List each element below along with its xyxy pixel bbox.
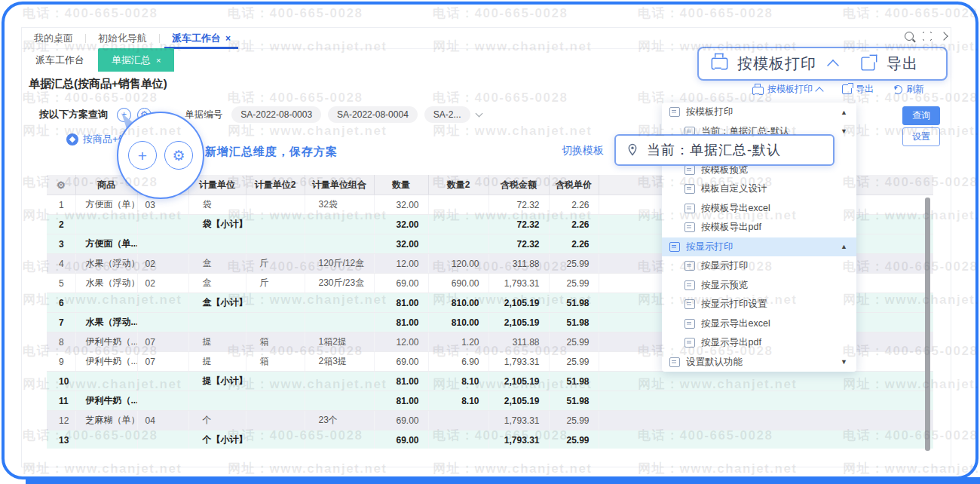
menu-item-label: 按显示导出pdf	[701, 336, 761, 349]
cell-qty: 32.00	[374, 234, 428, 254]
cell-combo: 23个	[305, 411, 374, 430]
menu-item[interactable]: 按显示打印设置	[662, 295, 856, 314]
cell-combo: 2箱3提	[305, 352, 374, 372]
menu-item[interactable]: 按显示导出excel	[662, 314, 856, 334]
search-icon[interactable]	[905, 32, 914, 41]
export-label: 导出	[856, 83, 874, 96]
table-row[interactable]: 11伊利牛奶（...81.008.102,105.1951.98	[47, 391, 933, 411]
cell-code	[137, 293, 188, 313]
cell-price: 51.98	[549, 372, 599, 391]
menu-item-label: 按显示打印	[701, 259, 749, 272]
cell-amount: 311.88	[488, 254, 549, 274]
menu-item[interactable]: 模板自定义设计	[662, 179, 856, 199]
doc-no-pill[interactable]: SA-2022-08-0003	[231, 106, 321, 123]
cell-price: 25.99	[549, 411, 599, 430]
cell-seq: 4	[47, 254, 75, 274]
scheme-icon	[66, 133, 78, 146]
cell-combo	[305, 293, 374, 313]
export-icon	[842, 84, 852, 94]
menu-item-icon	[669, 357, 680, 367]
table-row[interactable]: 13个【小计】69.001,793.3125.99	[47, 430, 933, 449]
watermark-phone: 电话：400-665-0028	[843, 5, 978, 22]
tab-my-desktop[interactable]: 我的桌面	[22, 29, 85, 48]
cell-product: 方便面（单...	[75, 234, 137, 254]
chevron-right-icon[interactable]	[939, 32, 948, 40]
expand-icon[interactable]: ▼	[841, 127, 847, 135]
menu-item-label: 按显示导出excel	[701, 317, 770, 330]
subtab-doc-summary[interactable]: 单据汇总 ×	[98, 48, 174, 72]
column-header[interactable]: 计量单位组合	[305, 175, 374, 195]
menu-item[interactable]: 按模板导出excel	[662, 199, 856, 219]
menu-item[interactable]: 设置默认功能▼	[662, 353, 856, 372]
printer-icon	[752, 87, 764, 95]
cell-unit	[188, 313, 246, 332]
menu-item[interactable]: 按显示打印	[662, 256, 856, 276]
cell-qty2	[428, 234, 488, 254]
menu-item[interactable]: 按显示预览	[662, 276, 856, 296]
menu-item[interactable]: 按显示打印▲	[662, 237, 856, 257]
fullscreen-icon[interactable]	[923, 32, 932, 41]
column-header[interactable]: 含税金额	[488, 175, 549, 195]
cell-unit2	[246, 234, 305, 254]
menu-item-label: 设置默认功能	[686, 356, 743, 369]
refresh-button[interactable]: 刷新	[893, 83, 924, 96]
cell-unit2	[246, 215, 305, 234]
cell-unit: 个	[188, 411, 246, 430]
cell-code	[137, 372, 188, 391]
cell-seq: 5	[47, 274, 75, 293]
settings-button[interactable]: 设置	[902, 127, 940, 146]
current-template-label: 当前：单据汇总-默认	[647, 141, 781, 159]
table-row[interactable]: 10提【小计】81.008.102,105.1951.98	[47, 372, 933, 391]
collapse-icon[interactable]: ▲	[841, 109, 847, 116]
expand-icon[interactable]: ▼	[841, 358, 847, 366]
cell-qty2: 810.00	[428, 313, 488, 332]
cell-qty: 32.00	[374, 215, 428, 234]
close-icon[interactable]: ×	[225, 33, 231, 44]
cell-unit2: 斤	[246, 274, 305, 293]
cell-price: 25.99	[549, 274, 599, 293]
column-header[interactable]: 数量2	[428, 175, 488, 195]
cell-filler	[599, 372, 933, 391]
close-icon[interactable]: ×	[156, 56, 161, 65]
tab-dispatch-workbench[interactable]: 派车工作台 ×	[160, 29, 243, 48]
doc-pills: SA-2022-08-0003SA-2022-08-0004SA-2...	[231, 106, 470, 123]
page-title: 单据汇总(按商品+销售单位)	[29, 77, 167, 91]
column-header[interactable]: 数量	[374, 175, 428, 195]
cell-qty: 32.00	[374, 195, 428, 215]
menu-item[interactable]: 按模板导出pdf	[662, 218, 856, 237]
column-header[interactable]: 计量单位2	[246, 175, 305, 195]
menu-item[interactable]: 按显示导出pdf	[662, 333, 856, 353]
tab-label: 我的桌面	[34, 32, 73, 45]
doc-no-pill[interactable]: SA-2022-08-0004	[328, 106, 418, 123]
column-header[interactable]: 含税单价	[549, 175, 599, 195]
query-button[interactable]: 查询	[902, 106, 940, 125]
cell-qty: 69.00	[374, 411, 428, 430]
cell-combo	[305, 313, 374, 332]
cell-product	[75, 430, 137, 449]
subtab-dispatch-workbench[interactable]: 派车工作台	[22, 48, 98, 72]
column-settings-icon[interactable]: ⚙	[47, 175, 75, 195]
menu-item-icon	[684, 204, 695, 213]
cell-code	[137, 430, 188, 449]
cell-unit2	[246, 391, 305, 411]
vertical-scrollbar[interactable]	[925, 198, 930, 451]
cell-seq: 9	[47, 352, 75, 372]
current-template-callout: 当前：单据汇总-默认	[614, 134, 835, 166]
chevron-up-icon[interactable]	[815, 87, 823, 95]
table-row[interactable]: 12芝麻糊（单）04个23个69.001,793.3125.99	[47, 411, 933, 430]
doc-no-pill[interactable]: SA-2...	[424, 106, 470, 123]
chevron-down-icon[interactable]	[475, 110, 482, 118]
cell-product: 方便面（单）	[75, 195, 137, 215]
app-window: 我的桌面 初始化导航 派车工作台 × 派车工作台 单据汇总 × 单据汇总(按商品…	[0, 0, 980, 484]
cell-unit2: 斤	[246, 254, 305, 274]
printer-icon	[712, 58, 728, 70]
export-button[interactable]: 导出	[842, 83, 874, 96]
collapse-icon[interactable]: ▲	[841, 243, 847, 250]
print-by-template-button[interactable]: 按模板打印	[752, 83, 822, 96]
switch-template-link[interactable]: 切换模板	[562, 144, 604, 158]
cell-product: 水果（浮动）	[75, 274, 137, 293]
cell-amount: 72.32	[488, 215, 549, 234]
tab-init-nav[interactable]: 初始化导航	[86, 29, 159, 48]
cell-amount: 2,105.19	[488, 293, 549, 313]
menu-item[interactable]: 按模板打印▲	[662, 103, 856, 122]
